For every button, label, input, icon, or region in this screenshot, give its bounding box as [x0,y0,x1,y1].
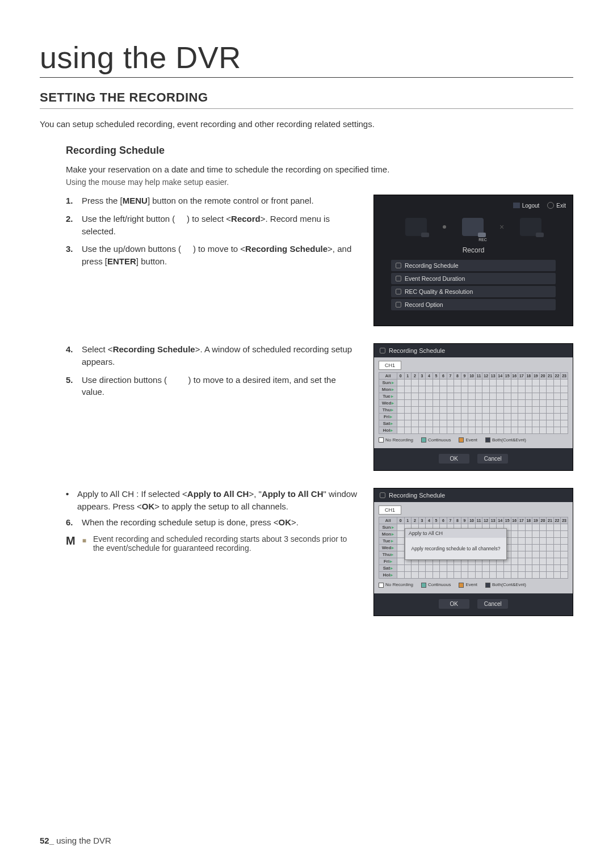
menu-item-rec-quality-resolution: REC Quality & Resolution [391,286,556,297]
modal-body: Apply recording schedule to all channels… [405,538,506,559]
channel-tab: CH1 [379,361,401,370]
menu-icon-prev [405,218,427,236]
menu-item-recording-schedule: Recording Schedule [391,260,556,271]
clock-icon [380,492,385,498]
record-menu-screenshot: Logout Exit REC × Record Recording Sched… [373,195,573,326]
menu-icon-next [520,218,541,236]
subsection-heading: Recording Schedule [66,145,573,157]
note: M ■ Event recording and scheduled record… [66,534,358,553]
step-4: 4. Select <Recording Schedule>. A window… [66,343,358,368]
menu-label: Record [381,246,566,254]
modal-title: Apply to All CH [405,529,506,538]
exit-icon [547,202,554,209]
menu-item-event-record-duration: Event Record Duration [391,273,556,284]
section-heading: SETTING THE RECORDING [40,90,573,109]
schedule-grid: All0123456789101112131415161718192021222… [379,372,568,434]
step-3: 3. Use the up/down buttons ( ) to move t… [66,243,358,268]
cancel-button: Cancel [477,454,508,464]
step-6: 6. When the recording schedule setup is … [66,516,358,529]
page-footer: 52_ using the DVR [40,836,111,845]
bullet-apply-all-ch: • Apply to All CH : If selected <Apply t… [66,488,358,513]
logout-icon [513,203,520,208]
schedule-legend: No Recording Continuous Event Both(Cont&… [379,437,568,443]
ok-button: OK [439,599,469,609]
menu-icon-record: REC [462,218,484,236]
ok-button: OK [439,454,469,464]
step-5: 5. Use direction buttons ( ) to move to … [66,374,358,399]
channel-tab: CH1 [379,505,401,515]
subsection-lead: Make your reservation on a date and time… [66,165,573,174]
section-intro: You can setup scheduled recording, event… [40,119,573,129]
menu-item-record-option: Record Option [391,299,556,310]
clock-icon [380,348,385,353]
step-1: 1. Press the [MENU] button on the remote… [66,195,358,207]
schedule-legend: No Recording Continuous Event Both(Cont&… [379,582,568,587]
step-2: 2. Use the left/right button ( ) to sele… [66,213,358,238]
recording-schedule-apply-all-screenshot: Recording Schedule CH1 All01234567891011… [373,488,573,616]
note-marker-icon: M [66,534,75,553]
subsection-sublead: Using the mouse may help make setup easi… [66,178,573,187]
apply-all-modal: Apply to All CH Apply recording schedule… [405,528,507,560]
cancel-button: Cancel [477,599,508,609]
page-title: using the DVR [40,40,573,78]
recording-schedule-screenshot: Recording Schedule CH1 All01234567891011… [373,343,573,471]
